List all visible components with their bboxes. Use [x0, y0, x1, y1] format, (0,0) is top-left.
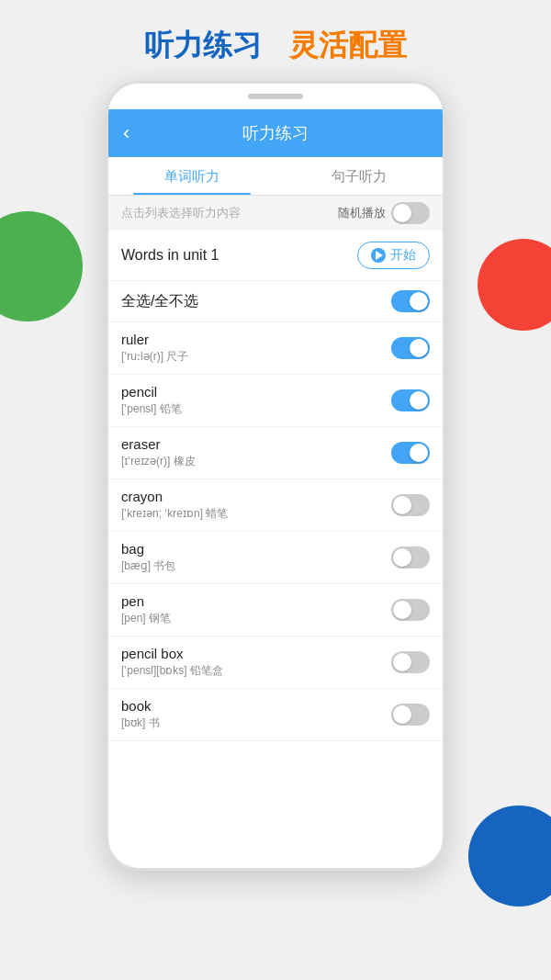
word-row: ruler[ˈruːlə(r)] 尺子 [108, 322, 443, 375]
word-toggle[interactable] [391, 546, 430, 569]
word-info: crayon[ˈkreɪən; ˈkreɪɒn] 蜡笔 [121, 489, 228, 522]
word-toggle[interactable] [391, 389, 430, 411]
word-english: pencil [121, 384, 182, 400]
word-english: crayon [121, 489, 228, 504]
word-info: pencil[ˈpensl] 铅笔 [121, 384, 182, 417]
phone-top-bar [108, 84, 443, 109]
app-header: ‹ 听力练习 [108, 109, 443, 157]
word-toggle[interactable] [391, 599, 430, 621]
word-info: ruler[ˈruːlə(r)] 尺子 [121, 332, 188, 365]
word-english: book [121, 698, 160, 714]
random-play-toggle[interactable] [391, 202, 430, 224]
top-header-left: 听力练习 [144, 26, 262, 66]
word-phonetic-cn: [bæɡ] 书包 [121, 558, 175, 574]
word-info: book[bʊk] 书 [121, 698, 160, 731]
word-row: pencil[ˈpensl] 铅笔 [108, 375, 443, 427]
start-button[interactable]: 开始 [357, 242, 430, 269]
unit-title: Words in unit 1 [121, 247, 219, 264]
phone-speaker [248, 94, 303, 99]
word-english: ruler [121, 332, 188, 347]
top-header: 听力练习 灵活配置 [0, 0, 551, 81]
subtitle-bar: 点击列表选择听力内容 随机播放 [108, 196, 443, 231]
word-row: pen[pen] 钢笔 [108, 584, 443, 636]
word-phonetic-cn: [pen] 钢笔 [121, 611, 171, 626]
decorative-circle-red [478, 239, 551, 331]
random-play-row: 随机播放 [338, 202, 430, 224]
word-phonetic-cn: [ɪˈreɪzə(r)] 橡皮 [121, 454, 196, 469]
word-row: book[bʊk] 书 [108, 689, 443, 741]
word-phonetic-cn: [ˈpensl] 铅笔 [121, 401, 182, 417]
start-button-label: 开始 [390, 247, 416, 264]
word-toggle[interactable] [391, 704, 430, 726]
word-toggle[interactable] [391, 337, 430, 359]
word-list: 全选/全不选 ruler[ˈruːlə(r)] 尺子pencil[ˈpensl]… [108, 281, 443, 741]
subtitle-hint: 点击列表选择听力内容 [121, 205, 241, 221]
word-english: bag [121, 541, 175, 557]
word-info: bag[bæɡ] 书包 [121, 541, 175, 574]
tab-word-listening[interactable]: 单词听力 [108, 157, 276, 195]
phone-frame: ‹ 听力练习 单词听力 句子听力 点击列表选择听力内容 随机播放 Words i… [106, 81, 445, 871]
select-all-label: 全选/全不选 [121, 292, 198, 311]
random-play-label: 随机播放 [338, 205, 386, 221]
word-rows-container: ruler[ˈruːlə(r)] 尺子pencil[ˈpensl] 铅笔eras… [108, 322, 443, 741]
word-info: eraser[ɪˈreɪzə(r)] 橡皮 [121, 436, 196, 469]
back-button[interactable]: ‹ [123, 121, 129, 145]
tabs-bar: 单词听力 句子听力 [108, 157, 443, 196]
word-toggle[interactable] [391, 442, 430, 464]
word-toggle[interactable] [391, 494, 430, 516]
word-row: bag[bæɡ] 书包 [108, 532, 443, 584]
word-phonetic-cn: [ˈpensl][bɒks] 铅笔盒 [121, 663, 223, 679]
app-title: 听力练习 [242, 122, 309, 144]
play-icon [371, 248, 386, 263]
word-row: crayon[ˈkreɪən; ˈkreɪɒn] 蜡笔 [108, 479, 443, 532]
word-phonetic-cn: [ˈkreɪən; ˈkreɪɒn] 蜡笔 [121, 506, 228, 522]
word-info: pencil box[ˈpensl][bɒks] 铅笔盒 [121, 646, 223, 679]
word-info: pen[pen] 钢笔 [121, 593, 171, 626]
word-row: eraser[ɪˈreɪzə(r)] 橡皮 [108, 427, 443, 479]
decorative-circle-blue [468, 805, 551, 907]
unit-row: Words in unit 1 开始 [108, 231, 443, 281]
select-all-toggle[interactable] [391, 290, 430, 312]
word-phonetic-cn: [ˈruːlə(r)] 尺子 [121, 349, 188, 365]
word-phonetic-cn: [bʊk] 书 [121, 715, 160, 731]
tab-sentence-listening[interactable]: 句子听力 [276, 157, 443, 195]
word-row: pencil box[ˈpensl][bɒks] 铅笔盒 [108, 636, 443, 689]
select-all-row: 全选/全不选 [108, 281, 443, 322]
word-toggle[interactable] [391, 651, 430, 673]
top-header-right: 灵活配置 [289, 26, 407, 66]
word-english: eraser [121, 436, 196, 452]
word-english: pencil box [121, 646, 223, 661]
word-english: pen [121, 593, 171, 609]
decorative-circle-green [0, 211, 83, 321]
